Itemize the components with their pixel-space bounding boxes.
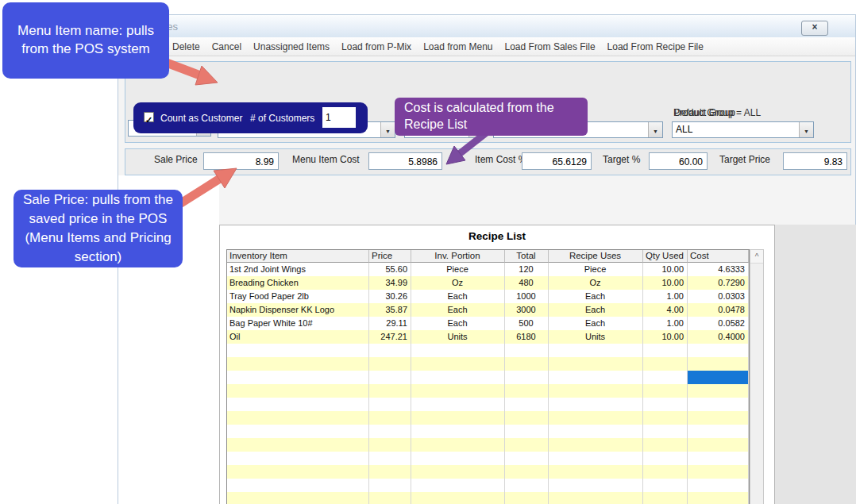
table-cell[interactable]: 1st 2nd Joint Wings [227, 263, 369, 276]
menu-item-cost-input[interactable]: 5.8986 [368, 152, 442, 170]
toolbar-item[interactable]: Load from Menu [423, 37, 492, 56]
table-cell[interactable]: Each [549, 290, 643, 303]
table-cell[interactable] [369, 384, 411, 398]
table-cell[interactable]: 10.00 [643, 276, 688, 290]
table-cell[interactable] [688, 384, 749, 398]
table-cell[interactable] [549, 492, 643, 504]
table-cell[interactable] [227, 398, 369, 411]
table-row[interactable]: Breading Chicken34.99Oz480Oz10.000.7290 [227, 276, 749, 290]
column-header[interactable]: Total [505, 250, 549, 263]
table-row[interactable] [227, 384, 749, 398]
table-row[interactable] [227, 438, 749, 452]
column-header[interactable]: Cost [688, 250, 749, 263]
table-cell[interactable] [549, 425, 643, 438]
column-header[interactable]: Qty Used [643, 250, 688, 263]
table-cell[interactable]: 10.00 [643, 263, 688, 276]
table-row[interactable] [227, 371, 749, 384]
table-cell[interactable] [643, 384, 688, 398]
table-cell[interactable] [227, 479, 369, 492]
table-row[interactable] [227, 492, 749, 504]
table-cell[interactable] [411, 371, 505, 384]
table-cell[interactable] [688, 465, 749, 479]
table-cell[interactable] [549, 438, 643, 452]
table-cell[interactable]: 500 [505, 317, 549, 330]
table-cell[interactable]: Units [411, 330, 505, 344]
table-cell[interactable] [369, 465, 411, 479]
table-row[interactable] [227, 452, 749, 465]
table-cell[interactable] [643, 411, 688, 425]
product-group-combo[interactable]: ALL ▼ [672, 121, 814, 138]
table-cell[interactable]: Piece [549, 263, 643, 276]
table-cell[interactable] [411, 465, 505, 479]
table-cell[interactable]: 3000 [505, 303, 549, 317]
table-cell[interactable] [505, 425, 549, 438]
table-cell[interactable]: 480 [505, 276, 549, 290]
table-cell[interactable] [643, 357, 688, 371]
table-cell[interactable] [688, 411, 749, 425]
table-row[interactable]: Bag Paper White 10#29.11Each500Each1.000… [227, 317, 749, 330]
count-as-customer-checkbox[interactable]: ✓ [144, 112, 154, 122]
table-cell[interactable] [643, 479, 688, 492]
table-cell[interactable]: 55.60 [369, 263, 411, 276]
table-cell[interactable]: Each [411, 303, 505, 317]
table-cell[interactable] [411, 425, 505, 438]
table-row[interactable] [227, 357, 749, 371]
scroll-up-icon[interactable]: ^ [750, 250, 763, 264]
table-cell[interactable] [227, 371, 369, 384]
table-row[interactable] [227, 465, 749, 479]
table-row[interactable] [227, 398, 749, 411]
toolbar-item[interactable]: Delete [172, 37, 200, 56]
table-cell[interactable] [505, 479, 549, 492]
table-cell[interactable]: Oz [549, 276, 643, 290]
table-cell[interactable] [505, 492, 549, 504]
column-header[interactable]: Recipe Uses [549, 250, 643, 263]
table-cell[interactable]: 0.7290 [688, 276, 749, 290]
table-cell[interactable] [369, 492, 411, 504]
vertical-scrollbar[interactable]: ^ v [750, 249, 764, 504]
table-cell[interactable] [549, 465, 643, 479]
table-cell[interactable] [227, 384, 369, 398]
table-cell[interactable]: Each [549, 317, 643, 330]
table-cell[interactable]: 34.99 [369, 276, 411, 290]
table-cell[interactable] [643, 344, 688, 357]
table-cell[interactable] [227, 465, 369, 479]
table-cell[interactable] [411, 452, 505, 465]
table-cell[interactable] [369, 371, 411, 384]
table-row[interactable]: Oil247.21Units6180Units10.000.4000 [227, 330, 749, 344]
table-row[interactable] [227, 344, 749, 357]
table-cell[interactable] [505, 371, 549, 384]
table-row[interactable] [227, 425, 749, 438]
table-cell[interactable] [643, 371, 688, 384]
table-cell[interactable] [505, 344, 549, 357]
table-cell[interactable]: Breading Chicken [227, 276, 369, 290]
table-cell[interactable]: 1000 [505, 290, 549, 303]
table-cell[interactable] [688, 398, 749, 411]
table-cell[interactable]: 35.87 [369, 303, 411, 317]
item-cost-pct-input[interactable]: 65.6129 [522, 152, 592, 170]
table-cell[interactable] [369, 344, 411, 357]
table-cell[interactable]: 0.4000 [688, 330, 749, 344]
table-cell[interactable] [411, 357, 505, 371]
table-cell[interactable] [688, 492, 749, 504]
sale-price-input[interactable]: 8.99 [203, 152, 279, 170]
table-cell[interactable]: 120 [505, 263, 549, 276]
table-cell[interactable] [227, 357, 369, 371]
table-cell[interactable] [643, 492, 688, 504]
table-cell[interactable] [688, 452, 749, 465]
table-cell[interactable] [369, 398, 411, 411]
table-row[interactable]: Tray Food Paper 2lb30.26Each1000Each1.00… [227, 290, 749, 303]
table-cell[interactable]: 29.11 [369, 317, 411, 330]
table-cell[interactable] [549, 398, 643, 411]
table-cell[interactable] [505, 452, 549, 465]
toolbar-item[interactable]: Load From Recipe File [607, 37, 704, 56]
chevron-down-icon[interactable]: ▼ [799, 122, 813, 137]
toolbar-item[interactable]: Load from P-Mix [341, 37, 411, 56]
table-cell[interactable]: 10.00 [643, 330, 688, 344]
table-cell[interactable]: Tray Food Paper 2lb [227, 290, 369, 303]
table-cell[interactable] [505, 398, 549, 411]
target-pct-input[interactable]: 60.00 [649, 152, 708, 170]
table-cell[interactable] [688, 438, 749, 452]
table-cell[interactable] [369, 411, 411, 425]
table-cell[interactable] [643, 438, 688, 452]
table-cell[interactable] [643, 398, 688, 411]
